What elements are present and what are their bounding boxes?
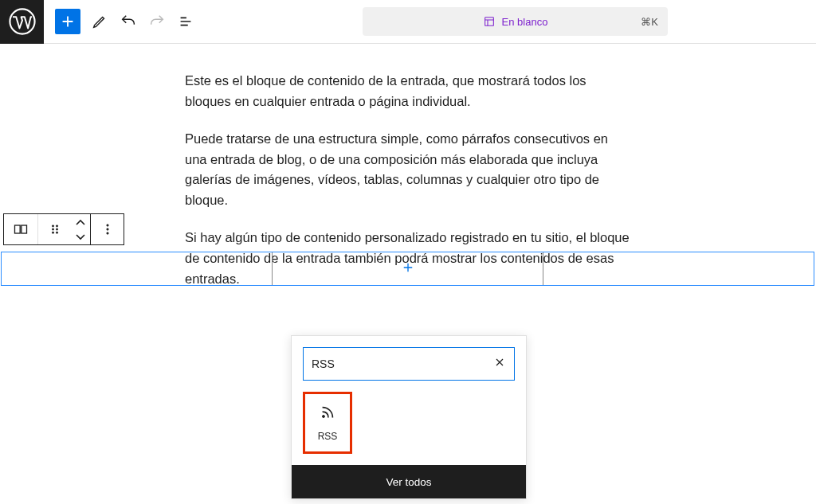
edit-tool-button[interactable] bbox=[85, 7, 114, 36]
tool-group bbox=[44, 7, 200, 36]
block-result-rss[interactable]: RSS bbox=[303, 392, 352, 454]
wordpress-logo[interactable] bbox=[0, 0, 44, 44]
shortcut-hint: ⌘K bbox=[641, 16, 658, 28]
svg-point-7 bbox=[56, 229, 57, 230]
block-toolbar bbox=[3, 213, 124, 245]
block-inserter-popover: RSS Ver todos bbox=[291, 335, 527, 499]
block-inserter-button[interactable] bbox=[55, 9, 80, 34]
svg-point-9 bbox=[56, 232, 57, 233]
svg-rect-3 bbox=[22, 225, 27, 233]
pencil-icon bbox=[91, 13, 108, 30]
more-vertical-icon bbox=[100, 221, 116, 237]
list-icon bbox=[177, 13, 194, 30]
svg-point-8 bbox=[52, 232, 53, 233]
content-paragraph[interactable]: Este es el bloque de contenido de la ent… bbox=[185, 71, 631, 111]
content-paragraph[interactable]: Puede tratarse de una estructura simple,… bbox=[185, 129, 631, 210]
svg-point-13 bbox=[322, 416, 324, 418]
column-middle[interactable] bbox=[272, 252, 543, 285]
undo-icon bbox=[120, 13, 137, 30]
move-up-button[interactable] bbox=[75, 215, 86, 229]
svg-point-12 bbox=[106, 232, 108, 234]
svg-point-11 bbox=[106, 229, 108, 230]
undo-button[interactable] bbox=[114, 7, 143, 36]
redo-icon bbox=[148, 13, 166, 30]
clear-search-button[interactable] bbox=[493, 356, 506, 372]
chevron-up-icon bbox=[75, 219, 86, 226]
inserter-results: RSS bbox=[292, 392, 526, 465]
column-right[interactable] bbox=[543, 252, 814, 285]
close-icon bbox=[493, 356, 506, 369]
svg-rect-2 bbox=[15, 225, 21, 233]
block-type-button[interactable] bbox=[4, 214, 37, 244]
columns-icon bbox=[13, 221, 29, 237]
block-result-label: RSS bbox=[318, 431, 338, 442]
move-down-button[interactable] bbox=[75, 229, 86, 244]
drag-icon bbox=[47, 221, 63, 237]
svg-point-6 bbox=[52, 229, 53, 230]
svg-point-10 bbox=[106, 225, 108, 226]
block-search-input[interactable] bbox=[312, 357, 493, 370]
top-toolbar: En blanco ⌘K bbox=[0, 0, 816, 44]
chevron-down-icon bbox=[75, 233, 86, 240]
columns-block[interactable] bbox=[1, 252, 814, 286]
svg-rect-1 bbox=[484, 18, 493, 26]
block-search-field[interactable] bbox=[303, 347, 515, 381]
column-left[interactable] bbox=[2, 252, 272, 285]
svg-point-4 bbox=[52, 225, 53, 227]
view-all-button[interactable]: Ver todos bbox=[292, 465, 526, 498]
svg-point-5 bbox=[56, 225, 57, 227]
wordpress-icon bbox=[9, 8, 36, 35]
move-buttons bbox=[71, 214, 90, 244]
redo-button[interactable] bbox=[143, 7, 171, 36]
plus-icon bbox=[59, 13, 76, 30]
drag-handle[interactable] bbox=[37, 214, 71, 244]
block-options-button[interactable] bbox=[90, 214, 124, 244]
plus-icon bbox=[401, 260, 415, 275]
rss-icon bbox=[319, 404, 336, 421]
template-label: En blanco bbox=[502, 16, 548, 28]
document-outline-button[interactable] bbox=[171, 7, 200, 36]
layout-icon bbox=[483, 15, 496, 28]
add-block-in-column-button[interactable] bbox=[401, 260, 415, 277]
template-selector[interactable]: En blanco ⌘K bbox=[363, 7, 668, 36]
